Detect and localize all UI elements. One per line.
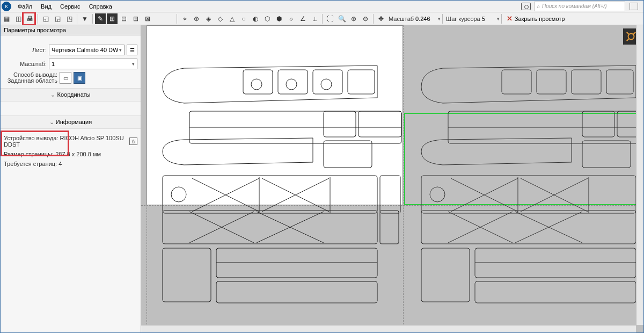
zoom-fit-icon[interactable]: ⛶ [325,13,335,24]
page-size-info: Размер страницы: 287.8 x 200.8 мм [1,149,141,159]
tool-icon[interactable]: ⊡ [119,13,129,24]
scale-input[interactable] [415,14,438,24]
print-button[interactable]: 🖶 [25,13,35,24]
menubar: К Файл Вид Сервис Справка Поиск по коман… [1,1,643,12]
output-mode-1[interactable]: ▭ [60,72,71,84]
main-area: Параметры просмотра Лист: Чертежи Calmat… [1,25,643,332]
pan-icon[interactable]: ✥ [376,13,386,24]
zoom-in-icon[interactable]: ⊕ [348,13,359,24]
menu-help[interactable]: Справка [85,2,116,11]
menu-view[interactable]: Вид [36,2,56,11]
tool-icon[interactable]: ⊟ [130,13,141,24]
snap-icon[interactable]: ⟐ [286,13,296,24]
sheet-select[interactable]: Чертежи Calmato 40 DW [49,45,125,55]
snap-icon[interactable]: ○ [238,13,249,24]
snap-icon[interactable]: ◐ [250,13,261,24]
svg-rect-10 [324,111,356,137]
tool-icon[interactable]: ⊠ [142,13,153,24]
svg-rect-28 [582,111,614,137]
scale-field-label: Масштаб: [4,61,47,67]
technical-drawing [141,25,643,332]
snap-icon[interactable]: ⌖ [179,13,190,24]
tool-icon[interactable]: ◳ [64,13,75,24]
device-info: Устройство вывода: RICOH Aficio SP 100SU… [1,133,141,149]
device-icon[interactable]: ⎙ [129,137,137,145]
scrollbar-vertical[interactable] [636,25,643,325]
svg-rect-49 [421,211,636,244]
zoom-icon[interactable]: 🔍 [336,13,347,24]
sidebar-panel: Параметры просмотра Лист: Чертежи Calmat… [1,25,141,332]
svg-point-8 [321,79,332,90]
svg-point-6 [251,79,262,90]
command-search-input[interactable]: Поиск по командам (Alt+/) [534,2,625,11]
close-preview-button[interactable]: ✕ Закрыть просмотр [503,15,568,23]
svg-rect-5 [348,70,375,94]
svg-rect-20 [380,176,400,213]
snap-icon[interactable]: ◈ [203,13,214,24]
svg-rect-56 [475,281,636,303]
svg-point-13 [171,187,186,202]
svg-point-7 [286,79,297,90]
close-icon: ✕ [507,15,513,23]
cursor-step-label: Шаг курсора [444,16,482,22]
cursor-step-input[interactable] [482,14,497,24]
main-toolbar: ▦ ◫ 🖶 ◱ ◲ ◳ ▼ ✎ ⊞ ⊡ ⊟ ⊠ ⌖ ⊕ ◈ ◇ △ ○ ◐ ⬡ … [1,12,643,25]
layout-icon[interactable]: ◫ [13,13,24,24]
zoom-out-icon[interactable]: ⊖ [360,13,371,24]
sheet-label: Лист: [4,47,47,53]
snap-icon[interactable]: ◇ [215,13,225,24]
svg-rect-48 [163,248,211,302]
svg-rect-11 [358,111,401,137]
svg-rect-3 [278,70,308,94]
snap-icon[interactable]: △ [226,13,237,24]
pages-needed-info: Требуется страниц: 4 [1,159,141,169]
output-mode-2[interactable]: ▣ [74,72,85,84]
tool-icon[interactable]: ◲ [52,13,63,24]
scrollbar-horizontal[interactable] [141,325,636,332]
menu-file[interactable]: Файл [13,2,36,11]
app-icon: К [2,2,11,11]
tool-icon[interactable]: ◱ [40,13,51,24]
pencil-icon[interactable]: ✎ [95,13,106,24]
svg-rect-2 [243,70,273,94]
scale-label: Масштаб [387,16,415,22]
snap-icon[interactable]: ⬢ [274,13,284,24]
snap-icon[interactable]: ∠ [297,13,308,24]
svg-rect-57 [421,248,470,302]
snap-icon[interactable]: ⟂ [309,13,320,24]
svg-rect-23 [502,70,531,94]
scale-select[interactable]: 1 [49,59,137,69]
panel-title: Параметры просмотра [1,25,141,35]
coords-section-header[interactable]: Координаты [1,88,141,102]
info-section-header[interactable]: Информация [1,115,141,129]
highlight-print [22,12,36,25]
snap-icon[interactable]: ⊕ [191,13,202,24]
menu-service[interactable]: Сервис [56,2,85,11]
svg-rect-47 [216,281,377,303]
drawing-canvas[interactable] [141,25,643,332]
grid4-icon[interactable]: ⊞ [107,13,118,24]
sheet-options-button[interactable]: ☰ [127,45,137,55]
svg-rect-9 [324,141,372,168]
svg-rect-44 [380,211,399,244]
camera-icon[interactable] [521,3,531,10]
output-method-label: Способ вывода: Заданная область [4,72,57,84]
filter-icon[interactable]: ▼ [79,13,90,24]
svg-point-31 [430,187,445,202]
svg-rect-26 [606,70,633,94]
svg-rect-39 [163,211,377,244]
svg-rect-27 [582,141,631,168]
window-button[interactable] [630,3,638,10]
svg-rect-4 [313,70,342,94]
grid-icon[interactable]: ▦ [1,13,12,24]
svg-rect-24 [537,70,566,94]
svg-rect-25 [572,70,601,94]
close-preview-label: Закрыть просмотр [515,16,565,22]
snap-icon[interactable]: ⬡ [262,13,273,24]
